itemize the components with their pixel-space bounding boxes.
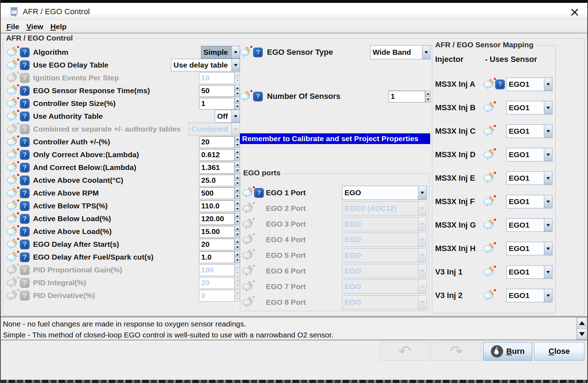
chevron-down-icon[interactable] bbox=[544, 78, 552, 91]
edit-note-bubble-pencil-icon[interactable] bbox=[7, 201, 18, 211]
help-icon[interactable] bbox=[20, 99, 30, 108]
edit-note-bubble-pencil-icon[interactable] bbox=[483, 150, 495, 160]
chevron-down-icon[interactable] bbox=[544, 289, 552, 302]
edit-note-bubble-pencil-icon[interactable] bbox=[7, 163, 18, 172]
edit-note-bubble-pencil-icon[interactable] bbox=[483, 127, 495, 136]
edit-note-bubble-pencil-icon[interactable] bbox=[242, 251, 253, 260]
edit-note-bubble-pencil-icon[interactable] bbox=[242, 188, 253, 198]
edit-note-bubble-pencil-icon[interactable] bbox=[7, 265, 18, 275]
edit-note-bubble-pencil-icon[interactable] bbox=[483, 103, 495, 113]
number-input[interactable]: 50 bbox=[199, 85, 235, 97]
help-icon[interactable] bbox=[20, 188, 30, 198]
number-input[interactable]: 120.00 bbox=[199, 213, 235, 225]
chevron-down-icon[interactable] bbox=[418, 249, 426, 262]
number-input[interactable]: 25.0 bbox=[199, 175, 235, 186]
chevron-down-icon[interactable] bbox=[418, 217, 426, 231]
port-dropdown[interactable]: EGO2 (ADC12) bbox=[342, 201, 427, 216]
edit-note-bubble-pencil-icon[interactable] bbox=[240, 48, 251, 57]
edit-note-bubble-pencil-icon[interactable] bbox=[7, 214, 18, 224]
chevron-down-icon[interactable] bbox=[544, 219, 552, 232]
edit-note-bubble-pencil-icon[interactable] bbox=[483, 267, 495, 277]
port-dropdown[interactable]: EGO bbox=[342, 248, 427, 262]
chevron-down-icon[interactable] bbox=[544, 148, 552, 161]
help-icon[interactable] bbox=[20, 112, 30, 121]
edit-note-bubble-pencil-icon[interactable] bbox=[7, 240, 18, 249]
number-input[interactable]: 1.361 bbox=[199, 162, 235, 174]
scroll-up-icon[interactable] bbox=[577, 318, 587, 329]
edit-note-bubble-pencil-icon[interactable] bbox=[7, 278, 18, 288]
sensor-type-dropdown[interactable]: Wide Band bbox=[370, 45, 431, 59]
burn-button[interactable]: Burn bbox=[483, 342, 532, 361]
number-input[interactable]: 0.612 bbox=[199, 149, 235, 161]
edit-note-bubble-pencil-icon[interactable] bbox=[7, 60, 18, 70]
chevron-down-icon[interactable] bbox=[418, 202, 426, 215]
sensor-dropdown[interactable]: EGO1 bbox=[506, 242, 552, 255]
chevron-down-icon[interactable] bbox=[544, 266, 552, 278]
menu-file[interactable]: File bbox=[4, 22, 22, 32]
scroll-down-icon[interactable] bbox=[577, 329, 587, 340]
chevron-down-icon[interactable] bbox=[231, 123, 240, 135]
edit-note-bubble-pencil-icon[interactable] bbox=[7, 176, 18, 185]
spinner-up-icon[interactable] bbox=[425, 91, 431, 97]
number-input[interactable]: 0 bbox=[199, 290, 235, 302]
port-dropdown[interactable]: EGO bbox=[342, 264, 427, 278]
help-icon[interactable] bbox=[20, 176, 30, 185]
edit-note-bubble-pencil-icon[interactable] bbox=[242, 204, 253, 213]
edit-note-bubble-pencil-icon[interactable] bbox=[7, 291, 18, 300]
number-input[interactable]: 100 bbox=[199, 264, 235, 276]
help-icon[interactable] bbox=[20, 201, 30, 211]
chevron-down-icon[interactable] bbox=[544, 242, 552, 255]
help-icon[interactable] bbox=[20, 163, 30, 172]
number-input[interactable]: 1.0 bbox=[199, 251, 235, 263]
edit-note-bubble-pencil-icon[interactable] bbox=[7, 86, 18, 96]
edit-note-bubble-pencil-icon[interactable] bbox=[7, 137, 18, 147]
edit-note-bubble-pencil-icon[interactable] bbox=[483, 174, 495, 183]
help-icon[interactable] bbox=[20, 227, 30, 236]
help-icon[interactable] bbox=[495, 80, 505, 89]
help-icon[interactable] bbox=[20, 214, 30, 224]
help-icon[interactable] bbox=[20, 48, 30, 57]
edit-note-bubble-pencil-icon[interactable] bbox=[483, 80, 495, 89]
edit-note-bubble-pencil-icon[interactable] bbox=[7, 227, 18, 236]
number-input[interactable]: 1 bbox=[199, 98, 235, 110]
help-icon[interactable] bbox=[20, 124, 30, 134]
edit-note-bubble-pencil-icon[interactable] bbox=[242, 266, 253, 276]
port-dropdown[interactable]: EGO bbox=[342, 280, 427, 294]
chevron-down-icon[interactable] bbox=[544, 125, 552, 138]
number-input[interactable]: 500 bbox=[199, 187, 235, 199]
number-input[interactable]: 10 bbox=[199, 72, 235, 84]
edit-note-bubble-pencil-icon[interactable] bbox=[242, 282, 253, 292]
edit-note-bubble-pencil-icon[interactable] bbox=[7, 188, 18, 198]
number-input[interactable]: 20 bbox=[199, 136, 235, 148]
edit-note-bubble-pencil-icon[interactable] bbox=[483, 244, 495, 254]
param-dropdown[interactable]: Simple bbox=[201, 46, 240, 59]
sensor-dropdown[interactable]: EGO1 bbox=[506, 148, 552, 161]
edit-note-bubble-pencil-icon[interactable] bbox=[7, 48, 18, 57]
help-icon[interactable] bbox=[20, 60, 30, 70]
help-icon[interactable] bbox=[20, 86, 30, 96]
chevron-down-icon[interactable] bbox=[544, 195, 552, 208]
help-icon[interactable] bbox=[20, 252, 30, 262]
edit-note-bubble-pencil-icon[interactable] bbox=[7, 252, 18, 262]
edit-note-bubble-pencil-icon[interactable] bbox=[7, 112, 18, 121]
chevron-down-icon[interactable] bbox=[231, 46, 240, 58]
number-input[interactable]: 20 bbox=[199, 239, 235, 250]
chevron-down-icon[interactable] bbox=[418, 280, 426, 293]
help-icon[interactable] bbox=[20, 278, 30, 288]
chevron-down-icon[interactable] bbox=[418, 233, 426, 246]
edit-note-bubble-pencil-icon[interactable] bbox=[483, 291, 495, 300]
help-icon[interactable] bbox=[253, 92, 263, 101]
help-icon[interactable] bbox=[254, 188, 264, 198]
chevron-down-icon[interactable] bbox=[418, 264, 426, 278]
edit-note-bubble-pencil-icon[interactable] bbox=[242, 298, 253, 307]
edit-note-bubble-pencil-icon[interactable] bbox=[7, 150, 18, 160]
number-input[interactable]: 110.0 bbox=[199, 200, 235, 212]
number-input[interactable]: 1 bbox=[389, 91, 425, 102]
sensor-dropdown[interactable]: EGO1 bbox=[506, 218, 552, 232]
sensor-dropdown[interactable]: EGO1 bbox=[506, 124, 552, 138]
help-icon[interactable] bbox=[253, 48, 263, 57]
port-dropdown[interactable]: EGO bbox=[342, 295, 427, 309]
help-icon[interactable] bbox=[20, 137, 30, 147]
chevron-down-icon[interactable] bbox=[418, 186, 426, 200]
menu-help[interactable]: Help bbox=[48, 22, 70, 32]
